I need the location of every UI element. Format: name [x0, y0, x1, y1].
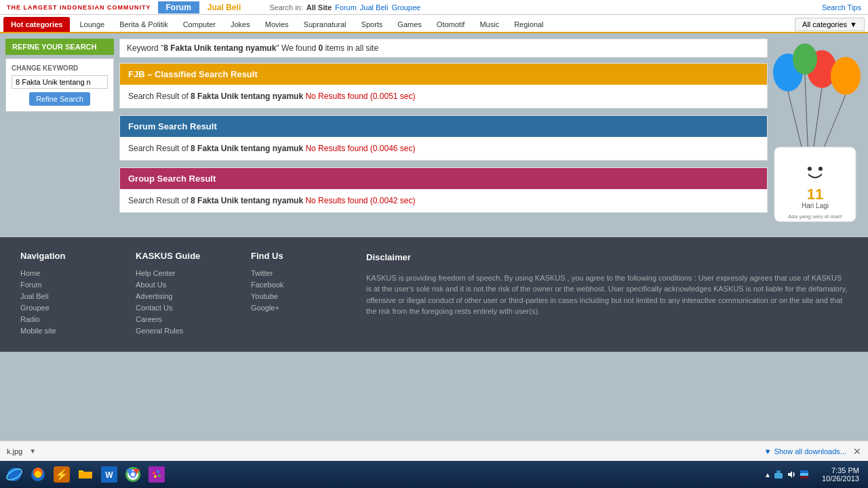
- search-jualbeli[interactable]: Jual Beli: [360, 3, 389, 12]
- footer-link-contact[interactable]: Contact Us: [136, 304, 224, 312]
- footer-link-careers[interactable]: Careers: [136, 315, 224, 323]
- footer-link-forum[interactable]: Forum: [20, 281, 108, 289]
- search-groupee[interactable]: Groupee: [391, 3, 420, 12]
- all-categories-label: All categories: [802, 20, 847, 28]
- group-keyword: 8 Fakta Unik tentang nyamuk: [191, 196, 303, 205]
- search-results-content: Keyword "8 Fakta Unik tentang nyamuk" We…: [119, 39, 768, 228]
- keyword-result-bar: Keyword "8 Fakta Unik tentang nyamuk" We…: [119, 39, 768, 58]
- balloon-decoration: 11 Hari Lagi Ada yang seru di mari!: [768, 39, 863, 228]
- svg-text:Ada yang seru di mari!: Ada yang seru di mari!: [788, 214, 842, 220]
- logo-text: THE LARGEST INDONESIAN COMMUNITY: [7, 4, 151, 11]
- search-keyword: 8 Fakta Unik tentang nyamuk: [163, 43, 276, 53]
- tab-hot-categories[interactable]: Hot categories: [3, 17, 70, 32]
- fjb-result-body: Search Result of 8 Fakta Unik tentang ny…: [120, 85, 767, 108]
- tab-games[interactable]: Games: [390, 17, 429, 32]
- group-no-results: No Results found (0.0042 sec): [305, 196, 415, 205]
- footer-disclaimer: Disclaimer KASKUS is providing freedom o…: [366, 251, 848, 338]
- svg-point-6: [793, 43, 817, 75]
- forum-result-body: Search Result of 8 Fakta Unik tentang ny…: [120, 137, 767, 160]
- jualbeli-tab[interactable]: Jual Beli: [199, 1, 249, 14]
- tab-movies[interactable]: Movies: [258, 17, 296, 32]
- change-keyword-box: CHANGE KEYWORD Refine Search: [5, 58, 114, 112]
- footer-guide-title: KASKUS Guide: [136, 251, 224, 261]
- all-categories-dropdown[interactable]: All categories ▼: [795, 18, 865, 31]
- footer-find-us-title: Find Us: [251, 251, 339, 261]
- forum-result-header: Forum Search Result: [120, 116, 767, 137]
- fjb-no-results: No Results found (0.0051 sec): [305, 92, 415, 101]
- footer-link-home[interactable]: Home: [20, 269, 108, 277]
- forum-tab[interactable]: Forum: [158, 1, 199, 14]
- refine-search-button[interactable]: Refine Search: [29, 92, 90, 106]
- search-all-site[interactable]: All Site: [307, 3, 332, 12]
- tab-supranatural[interactable]: Supranatural: [296, 17, 354, 32]
- svg-text:11: 11: [807, 186, 823, 203]
- svg-text:Hari Lagi: Hari Lagi: [802, 202, 829, 209]
- tab-lounge[interactable]: Lounge: [72, 17, 112, 32]
- footer-link-help[interactable]: Help Center: [136, 269, 224, 277]
- tab-regional[interactable]: Regional: [507, 17, 551, 32]
- change-keyword-label: CHANGE KEYWORD: [12, 64, 108, 72]
- tab-sports[interactable]: Sports: [354, 17, 391, 32]
- footer-link-youtube[interactable]: Youtube: [251, 292, 339, 300]
- footer-disclaimer-title: Disclaimer: [366, 251, 848, 264]
- svg-point-10: [800, 156, 830, 186]
- tab-berita-politik[interactable]: Berita & Politik: [112, 17, 176, 32]
- footer-navigation-title: Navigation: [20, 251, 108, 261]
- group-result-header: Group Search Result: [120, 168, 767, 189]
- group-result-section: Group Search Result Search Result of 8 F…: [119, 167, 768, 213]
- forum-result-section: Forum Search Result Search Result of 8 F…: [119, 115, 768, 161]
- forum-no-results: No Results found (0.0046 sec): [305, 144, 415, 153]
- keyword-input[interactable]: [12, 75, 108, 89]
- tab-otomotif[interactable]: Otomotif: [429, 17, 473, 32]
- fjb-keyword: 8 Fakta Unik tentang nyamuk: [191, 92, 303, 101]
- sidebar: REFINE YOUR SEARCH CHANGE KEYWORD Refine…: [5, 39, 114, 228]
- forum-keyword: 8 Fakta Unik tentang nyamuk: [191, 144, 303, 153]
- tab-computer[interactable]: Computer: [176, 17, 223, 32]
- footer: Navigation Home Forum Jual Beli Groupee …: [0, 237, 868, 352]
- fjb-result-header: FJB – Classified Search Result: [120, 64, 767, 85]
- tab-music[interactable]: Music: [472, 17, 507, 32]
- footer-link-rules[interactable]: General Rules: [136, 327, 224, 335]
- footer-kaskus-guide: KASKUS Guide Help Center About Us Advert…: [136, 251, 224, 338]
- footer-link-facebook[interactable]: Facebook: [251, 281, 339, 289]
- search-forum[interactable]: Forum: [335, 3, 357, 12]
- footer-find-us: Find Us Twitter Facebook Youtube Google+: [251, 251, 339, 338]
- footer-link-about[interactable]: About Us: [136, 281, 224, 289]
- fjb-result-section: FJB – Classified Search Result Search Re…: [119, 63, 768, 108]
- footer-link-mobile[interactable]: Mobile site: [20, 327, 108, 335]
- chevron-down-icon: ▼: [850, 20, 857, 28]
- svg-point-4: [831, 57, 861, 95]
- svg-point-11: [808, 167, 812, 171]
- tab-jokes[interactable]: Jokes: [223, 17, 258, 32]
- footer-link-advertising[interactable]: Advertising: [136, 292, 224, 300]
- svg-point-12: [818, 167, 823, 171]
- footer-link-groupee[interactable]: Groupee: [20, 304, 108, 312]
- refine-your-search-button[interactable]: REFINE YOUR SEARCH: [5, 39, 114, 55]
- footer-navigation: Navigation Home Forum Jual Beli Groupee …: [20, 251, 108, 338]
- footer-link-radio[interactable]: Radio: [20, 315, 108, 323]
- footer-link-twitter[interactable]: Twitter: [251, 269, 339, 277]
- search-label: Search in:: [269, 3, 303, 12]
- footer-disclaimer-text: KASKUS is providing freedom of speech. B…: [366, 272, 848, 317]
- group-result-body: Search Result of 8 Fakta Unik tentang ny…: [120, 189, 767, 212]
- footer-link-googleplus[interactable]: Google+: [251, 304, 339, 312]
- footer-link-jualbeli[interactable]: Jual Beli: [20, 292, 108, 300]
- search-tips-link[interactable]: Search Tips: [822, 3, 861, 12]
